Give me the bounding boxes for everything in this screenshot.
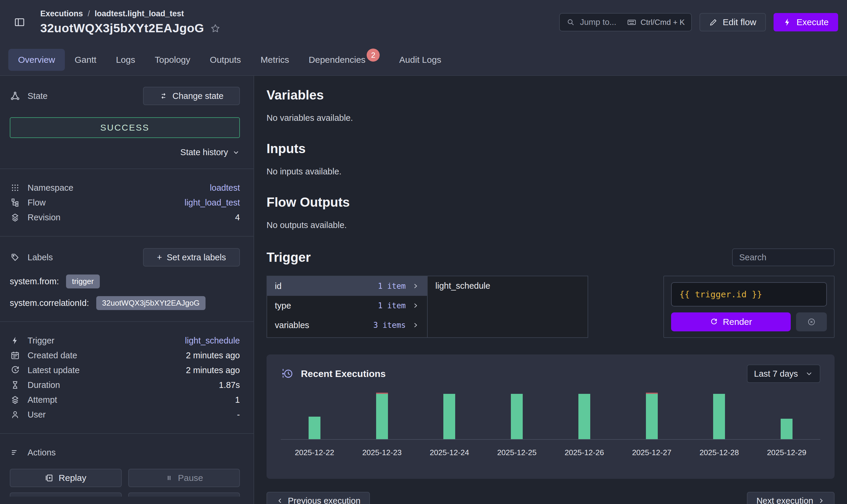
plus-icon: + bbox=[157, 253, 162, 263]
chart-bar bbox=[511, 394, 523, 439]
edit-flow-label: Edit flow bbox=[723, 17, 756, 27]
set-extra-labels-button[interactable]: + Set extra labels bbox=[143, 248, 240, 267]
tab-metrics[interactable]: Metrics bbox=[251, 49, 299, 71]
tab-logs[interactable]: Logs bbox=[106, 49, 145, 71]
tab-label: Topology bbox=[155, 55, 190, 65]
chart-bar-group[interactable] bbox=[686, 390, 753, 439]
tab-gantt[interactable]: Gantt bbox=[65, 49, 106, 71]
chart-bar-success-segment bbox=[511, 394, 523, 439]
calendar-icon bbox=[10, 350, 20, 360]
pause-icon bbox=[165, 474, 173, 482]
expression-input[interactable] bbox=[679, 289, 819, 300]
chart-bar-group[interactable] bbox=[416, 390, 483, 439]
execution-state-badge: SUCCESS bbox=[10, 117, 240, 138]
chart-axis-label: 2025-12-27 bbox=[618, 448, 686, 457]
tab-dependencies[interactable]: Dependencies 2 bbox=[299, 49, 390, 71]
update-refresh-icon bbox=[10, 365, 20, 375]
chart-bar-group[interactable] bbox=[753, 390, 821, 439]
expression-code-box bbox=[671, 282, 827, 306]
duration-value: 1.87s bbox=[219, 380, 240, 390]
chevron-right-icon bbox=[817, 497, 825, 504]
favorite-star-icon[interactable] bbox=[210, 23, 221, 34]
tree-row-id[interactable]: id 1 item bbox=[267, 276, 427, 296]
sidebar-toggle-icon[interactable] bbox=[11, 13, 29, 31]
next-execution-label: Next execution bbox=[756, 496, 813, 504]
chart-axis-label: 2025-12-22 bbox=[281, 448, 348, 457]
chart-bar-group[interactable] bbox=[551, 390, 618, 439]
chart-axis-label: 2025-12-23 bbox=[348, 448, 416, 457]
chart-bar-group[interactable] bbox=[348, 390, 416, 439]
date-range-select[interactable]: Last 7 days bbox=[747, 364, 821, 383]
duration-label: Duration bbox=[28, 380, 60, 390]
trigger-title: Trigger bbox=[267, 250, 311, 265]
state-history-toggle[interactable]: State history bbox=[10, 147, 240, 157]
trigger-value[interactable]: light_schedule bbox=[185, 336, 240, 346]
edit-flow-button[interactable]: Edit flow bbox=[700, 13, 765, 31]
revision-row: Revision 4 bbox=[10, 210, 240, 225]
next-execution-button[interactable]: Next execution bbox=[747, 492, 834, 504]
previous-execution-button[interactable]: Previous execution bbox=[267, 492, 370, 504]
created-date-row: Created date 2 minutes ago bbox=[10, 348, 240, 363]
namespace-value[interactable]: loadtest bbox=[210, 183, 240, 193]
clear-render-button[interactable] bbox=[796, 312, 827, 331]
flow-value[interactable]: light_load_test bbox=[184, 198, 240, 208]
execute-button[interactable]: Execute bbox=[774, 13, 838, 31]
tree-count: 1 item bbox=[378, 301, 406, 310]
tab-audit-logs[interactable]: Audit Logs bbox=[390, 49, 451, 71]
chart-bar-group[interactable] bbox=[281, 390, 348, 439]
chart-bar bbox=[376, 393, 388, 439]
tree-row-variables[interactable]: variables 3 items bbox=[267, 316, 427, 335]
labels-section-title: Labels bbox=[28, 253, 53, 263]
chart-axis-label: 2025-12-25 bbox=[483, 448, 551, 457]
tab-outputs[interactable]: Outputs bbox=[200, 49, 251, 71]
chart-axis-label: 2025-12-29 bbox=[753, 448, 821, 457]
chart-bar-success-segment bbox=[646, 394, 658, 439]
execution-sidebar: State Change state SUCCESS State history bbox=[0, 76, 254, 504]
tree-row-type[interactable]: type 1 item bbox=[267, 296, 427, 316]
trigger-search-input[interactable] bbox=[739, 252, 847, 263]
chart-bar-group[interactable] bbox=[618, 390, 686, 439]
breadcrumb-executions[interactable]: Executions bbox=[40, 9, 83, 18]
recent-executions-card: Recent Executions Last 7 days 2025-12-22… bbox=[267, 355, 834, 479]
namespace-row: Namespace loadtest bbox=[10, 180, 240, 195]
action-button-stub[interactable] bbox=[128, 492, 240, 497]
user-icon bbox=[10, 410, 20, 419]
chart-bar-success-segment bbox=[578, 394, 590, 439]
execute-label: Execute bbox=[797, 17, 829, 27]
attempt-label: Attempt bbox=[28, 395, 57, 405]
latest-update-value: 2 minutes ago bbox=[186, 365, 240, 375]
state-history-label: State history bbox=[180, 147, 228, 157]
jump-to-search[interactable]: Jump to... Ctrl/Cmd + K bbox=[559, 13, 692, 31]
close-circle-icon bbox=[807, 318, 816, 326]
render-button[interactable]: Render bbox=[671, 312, 791, 331]
chevron-left-icon bbox=[276, 497, 284, 504]
tab-label: Outputs bbox=[210, 55, 241, 65]
chart-axis-label: 2025-12-28 bbox=[686, 448, 753, 457]
tab-bar: Overview Gantt Logs Topology Outputs Met… bbox=[0, 44, 847, 76]
keyboard-icon bbox=[627, 17, 636, 27]
chart-bar bbox=[646, 393, 658, 439]
swap-arrows-icon bbox=[159, 92, 168, 100]
action-button-stub[interactable] bbox=[10, 492, 122, 497]
variables-empty-text: No variables available. bbox=[267, 113, 841, 123]
flow-outputs-title: Flow Outputs bbox=[267, 195, 841, 210]
latest-update-label: Latest update bbox=[28, 365, 80, 375]
trigger-section: Trigger id bbox=[267, 249, 841, 338]
execution-pagination: Previous execution Next execution bbox=[267, 492, 834, 504]
tab-overview[interactable]: Overview bbox=[8, 49, 65, 71]
flow-outputs-section: Flow Outputs No outputs available. bbox=[267, 195, 841, 230]
tree-count: 1 item bbox=[378, 282, 406, 290]
dependencies-count-badge: 2 bbox=[367, 49, 380, 61]
change-state-button[interactable]: Change state bbox=[143, 87, 240, 105]
expression-render-panel: Render bbox=[663, 276, 834, 338]
chart-axis-label: 2025-12-24 bbox=[416, 448, 483, 457]
chart-bar bbox=[309, 417, 321, 439]
jump-to-shortcut: Ctrl/Cmd + K bbox=[641, 18, 685, 27]
layers-icon bbox=[10, 213, 20, 222]
breadcrumb-flow[interactable]: loadtest.light_load_test bbox=[95, 9, 184, 18]
tab-topology[interactable]: Topology bbox=[145, 49, 200, 71]
replay-button[interactable]: Replay bbox=[10, 469, 122, 487]
tab-label: Gantt bbox=[75, 55, 96, 65]
chart-bar-group[interactable] bbox=[483, 390, 551, 439]
render-label: Render bbox=[723, 317, 752, 327]
